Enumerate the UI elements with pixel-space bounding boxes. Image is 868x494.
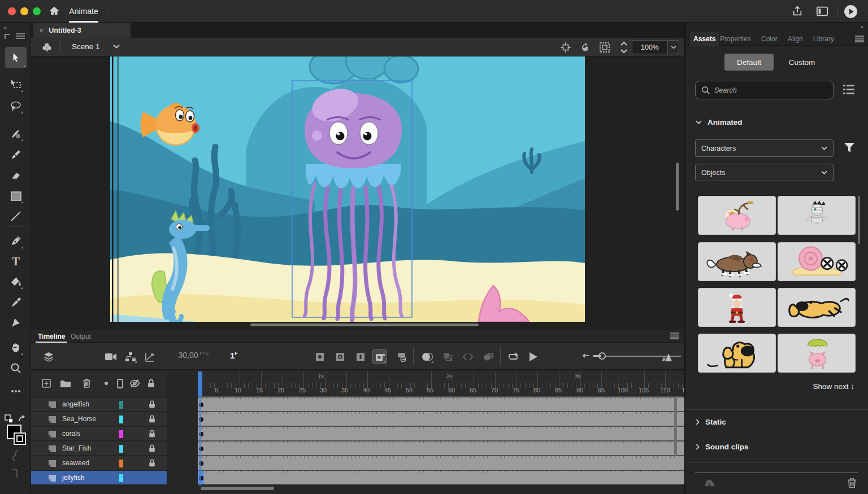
fluid-brush-tool[interactable] [7,125,24,142]
hand-tool[interactable] [7,339,24,356]
layer-row-angelfish[interactable]: angelfish [31,396,167,411]
highlight-layer-icon[interactable] [100,377,112,390]
frame-span-icon[interactable] [481,349,496,364]
paint-bucket-tool[interactable] [7,273,24,290]
asset-thumb-snail-dizzy[interactable] [778,242,856,281]
default-colors-icon[interactable] [5,414,14,423]
new-folder-icon[interactable] [59,377,72,390]
mode-custom-button[interactable]: Custom [779,54,824,71]
track-row-jellyfish[interactable] [198,470,704,484]
close-window-button[interactable] [8,7,16,15]
scene-chevron-icon[interactable] [113,44,120,49]
insert-blank-keyframe-icon[interactable] [333,349,348,364]
test-movie-icon[interactable] [844,5,858,19]
timeline-menu-icon[interactable] [670,333,679,339]
lasso-tool[interactable] [7,98,24,115]
edit-multiple-frames-icon[interactable] [440,349,455,364]
asset-thumb-dog-running[interactable] [778,288,856,327]
asset-thumb-pig-parachute[interactable] [778,334,856,373]
subselection-tool[interactable] [7,76,24,93]
track-row-star-fish[interactable] [198,440,704,455]
asset-thumb-santa[interactable] [698,288,776,327]
home-icon[interactable] [48,5,60,17]
tools-menu-icon[interactable] [16,33,25,40]
lock-icon[interactable] [149,430,155,438]
text-tool[interactable]: T [7,253,24,270]
objects-dropdown[interactable]: Objects [695,164,834,181]
zoom-level-chevron[interactable] [668,40,679,54]
document-tab[interactable]: × Untitled-3 [33,23,131,38]
close-document-icon[interactable]: × [39,26,44,35]
asset-warp-pin-tool[interactable] [7,314,24,331]
download-asset-icon[interactable] [702,478,716,489]
tab-align[interactable]: Align [784,32,806,46]
asset-thumb-monkey-riding-pig[interactable] [698,196,776,235]
loop-playback-icon[interactable] [506,349,520,364]
pen-tool[interactable] [7,233,24,250]
edit-symbols-icon[interactable] [40,41,54,54]
delete-asset-icon[interactable] [847,478,857,488]
auto-keyframe-icon[interactable]: A [372,349,387,364]
selection-tool[interactable] [5,47,27,68]
section-static[interactable]: Static [685,418,868,426]
panel-menu-icon[interactable] [855,36,864,42]
layers-stack-icon[interactable] [41,349,56,364]
panel-collapse-strip[interactable]: » [685,23,868,32]
playhead-line[interactable] [199,396,201,486]
canvas-vertical-scrollbar[interactable] [676,163,679,211]
eyedropper-tool[interactable] [7,294,24,311]
center-stage-icon[interactable] [559,41,572,54]
classic-brush-tool[interactable] [7,146,24,163]
section-animated[interactable]: Animated [685,118,868,126]
tab-timeline[interactable]: Timeline [36,330,67,343]
insert-frame-icon[interactable] [353,349,368,364]
layer-row-star-fish[interactable]: Star_Fish [31,440,167,455]
insert-keyframe-icon[interactable] [313,349,327,364]
lock-layers-icon[interactable] [145,377,157,390]
timeline-horizontal-scrollbar[interactable] [201,487,274,490]
frame-ruler[interactable]: 1s 2s 3s 4 5 10 15 20 25 30 35 40 45 50 … [198,371,704,396]
tab-library[interactable]: Library [810,32,837,46]
asset-search[interactable] [695,81,834,99]
delete-layer-icon[interactable] [80,377,93,390]
lock-icon[interactable] [149,459,155,467]
timeline-vertical-scrollbar[interactable] [674,398,677,456]
minimize-window-button[interactable] [20,7,28,15]
play-icon[interactable] [526,349,541,364]
track-row-angelfish[interactable] [198,396,704,411]
layer-row-corals[interactable]: corals [31,426,167,440]
asset-thumb-mummy[interactable] [778,196,856,235]
frame-tracks[interactable] [198,396,704,486]
layer-row-sea-horse[interactable]: Sea_Horse [31,411,167,426]
more-tools-icon[interactable] [7,383,24,400]
camera-icon[interactable] [103,349,118,364]
tab-animate[interactable]: Animate [67,0,101,23]
layer-row-seaweed[interactable]: seaweed [31,455,167,470]
hide-layers-icon[interactable] [128,377,141,390]
show-next-link[interactable]: Show next ↓ [813,382,854,391]
zoom-stepper[interactable] [620,40,628,55]
dock-handle-icon[interactable] [5,34,10,39]
zoom-level-field[interactable]: 100% [632,40,668,54]
remove-frame-icon[interactable] [394,349,409,364]
stage[interactable] [110,56,585,322]
asset-thumb-wolf[interactable] [698,242,776,281]
new-layer-icon[interactable] [40,377,53,390]
fill-stroke-swatches[interactable] [7,425,27,446]
canvas-horizontal-scrollbar[interactable] [250,323,479,326]
outline-view-icon[interactable] [114,377,126,390]
tab-color[interactable]: Color [758,32,781,46]
tab-output[interactable]: Output [68,330,93,343]
playhead[interactable] [198,371,202,396]
expand-icon[interactable]: » [860,24,863,30]
track-row-seaweed[interactable] [198,455,704,470]
layer-row-jellyfish[interactable]: jellyfish [31,470,167,484]
rectangle-tool[interactable] [7,187,24,204]
swap-colors-icon[interactable] [17,414,26,423]
section-sound-clips[interactable]: Sound clips [685,443,868,451]
zoom-tool[interactable] [7,360,24,377]
track-row-sea-horse[interactable] [198,411,704,426]
tab-properties[interactable]: Properties [717,32,754,46]
search-input[interactable] [714,86,827,94]
filter-icon[interactable] [844,143,854,152]
